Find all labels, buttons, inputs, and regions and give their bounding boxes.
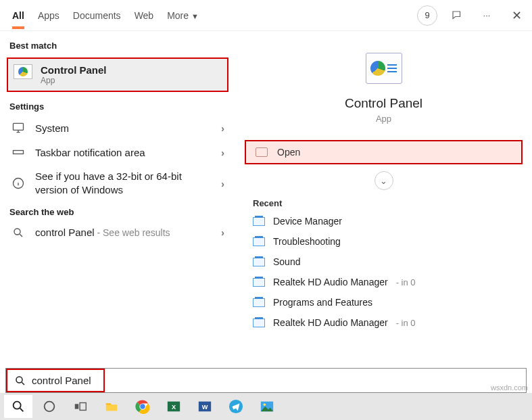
svg-point-17 <box>264 403 266 406</box>
chevron-right-icon: › <box>221 147 224 158</box>
search-bar[interactable] <box>5 368 527 393</box>
preview-title: Control Panel <box>345 96 422 111</box>
preview-pane: Control Panel App Open ⌄ Recent Device M… <box>235 31 532 368</box>
control-panel-icon-large <box>366 53 402 84</box>
search-icon <box>9 375 32 387</box>
cpl-icon <box>253 319 265 327</box>
taskbar-taskview-button[interactable] <box>66 395 95 418</box>
recent-item-label: Device Manager <box>273 216 342 227</box>
chevron-down-icon: ▼ <box>191 12 199 20</box>
svg-rect-8 <box>80 403 86 411</box>
close-icon[interactable]: ✕ <box>506 5 527 26</box>
preview-sub: App <box>376 114 391 124</box>
recent-list: Device Manager Troubleshooting Sound Rea… <box>242 211 525 333</box>
taskbar-telegram-icon[interactable] <box>222 395 250 418</box>
more-icon[interactable]: ··· <box>477 5 497 26</box>
taskbar-icon <box>11 145 26 159</box>
settings-item-system[interactable]: System › <box>0 116 235 140</box>
preview-header: Control Panel App <box>242 38 525 136</box>
header-actions: 9 ··· ✕ <box>417 5 527 26</box>
svg-point-3 <box>14 229 20 235</box>
svg-rect-7 <box>75 404 79 409</box>
best-match-title: Control Panel <box>41 64 107 76</box>
svg-rect-1 <box>14 151 24 154</box>
taskbar-explorer-icon[interactable] <box>97 395 126 418</box>
cpl-icon <box>253 217 265 226</box>
recent-item-label: Realtek HD Audio Manager <box>273 317 388 328</box>
recent-item[interactable]: Realtek HD Audio Manager - in 0 <box>245 312 523 333</box>
recent-item[interactable]: Device Manager <box>245 211 523 231</box>
tab-all[interactable]: All <box>5 2 31 29</box>
taskbar-excel-icon[interactable]: X <box>160 395 188 418</box>
taskbar-chrome-icon[interactable] <box>128 395 157 418</box>
cpl-icon <box>253 298 265 307</box>
open-icon <box>256 147 268 157</box>
results-pane: Best match Control Panel App Settings Sy… <box>0 31 235 368</box>
recent-item[interactable]: Sound <box>245 252 523 272</box>
web-result-text: control Panel - See web results <box>35 227 212 238</box>
svg-text:W: W <box>202 404 208 411</box>
monitor-icon <box>11 121 26 135</box>
svg-point-6 <box>45 402 55 412</box>
chevron-right-icon: › <box>221 122 224 134</box>
taskbar: X W <box>0 393 532 420</box>
search-highlight <box>6 369 105 392</box>
open-label: Open <box>277 147 300 158</box>
cpl-icon <box>253 278 265 287</box>
svg-point-10 <box>140 404 145 409</box>
search-web-label: Search the web <box>0 203 235 221</box>
recent-item-label: Programs and Features <box>273 297 372 308</box>
recent-item-label: Sound <box>273 256 300 267</box>
search-input[interactable] <box>32 375 99 386</box>
feedback-icon[interactable] <box>447 5 467 26</box>
best-match-sub: App <box>41 76 107 85</box>
web-suffix: - See web results <box>95 227 170 238</box>
svg-point-4 <box>16 377 22 383</box>
search-icon <box>11 227 26 239</box>
settings-item-label: See if you have a 32-bit or 64-bit versi… <box>35 170 212 197</box>
web-query: control Panel <box>35 227 95 238</box>
recent-item-location: - in 0 <box>396 277 416 287</box>
best-match-label: Best match <box>0 37 235 55</box>
best-match-result[interactable]: Control Panel App <box>7 57 228 92</box>
tab-apps[interactable]: Apps <box>31 2 66 29</box>
cpl-icon <box>253 258 265 266</box>
settings-item-taskbar[interactable]: Taskbar notification area › <box>0 140 235 164</box>
tab-documents[interactable]: Documents <box>66 2 128 29</box>
recent-item[interactable]: Programs and Features <box>245 292 523 312</box>
taskbar-search-button[interactable] <box>4 395 32 418</box>
header: All Apps Documents Web More▼ 9 ··· ✕ <box>0 0 532 31</box>
settings-item-bitness[interactable]: See if you have a 32-bit or 64-bit versi… <box>0 164 235 203</box>
cpl-icon <box>253 237 265 246</box>
settings-item-label: System <box>35 122 212 134</box>
svg-text:X: X <box>172 404 176 411</box>
recent-item[interactable]: Realtek HD Audio Manager - in 0 <box>245 272 523 292</box>
web-result[interactable]: control Panel - See web results › <box>0 221 235 244</box>
main-area: Best match Control Panel App Settings Sy… <box>0 31 532 368</box>
tab-web[interactable]: Web <box>128 2 161 29</box>
expand-actions-button[interactable]: ⌄ <box>374 171 393 190</box>
watermark: wsxdn.com <box>491 383 528 392</box>
recent-item[interactable]: Troubleshooting <box>245 231 523 252</box>
rewards-badge[interactable]: 9 <box>417 5 437 26</box>
control-panel-icon <box>14 64 32 79</box>
svg-point-5 <box>14 402 21 409</box>
open-action[interactable]: Open <box>245 140 523 164</box>
tab-more-label: More <box>167 10 189 21</box>
taskbar-photos-icon[interactable] <box>253 395 281 418</box>
svg-rect-0 <box>14 123 24 130</box>
chevron-right-icon: › <box>221 227 224 238</box>
header-tabs: All Apps Documents Web More▼ <box>5 2 205 29</box>
recent-item-label: Realtek HD Audio Manager <box>273 277 388 287</box>
taskbar-word-icon[interactable]: W <box>191 395 219 418</box>
tab-more[interactable]: More▼ <box>160 2 205 29</box>
info-icon <box>11 177 26 190</box>
recent-item-location: - in 0 <box>396 318 416 328</box>
taskbar-cortana-button[interactable] <box>35 395 64 418</box>
recent-label: Recent <box>242 193 525 211</box>
chevron-right-icon: › <box>221 178 224 189</box>
recent-item-label: Troubleshooting <box>273 236 341 247</box>
settings-item-label: Taskbar notification area <box>35 147 212 158</box>
settings-label: Settings <box>0 97 235 116</box>
